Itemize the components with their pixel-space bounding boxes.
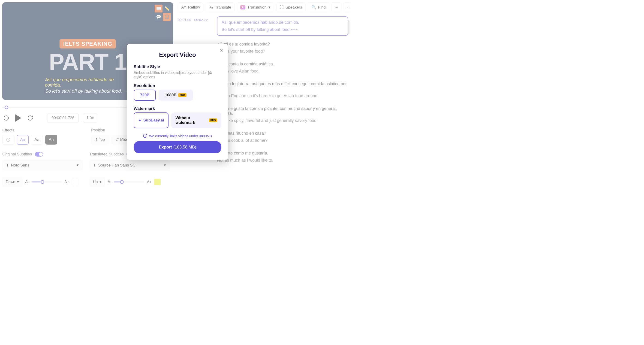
transcript-text-translated: Me encanta la comida asiática. [217, 62, 348, 67]
translated-font-select[interactable]: TSource Han Sans SC ▾ [90, 160, 170, 171]
pro-badge: PRO [209, 119, 217, 122]
scrollbar[interactable] [348, 20, 350, 34]
transcript-segment[interactable]: Pero me gusta la comida picante, con muc… [217, 104, 348, 125]
transcript-segment[interactable]: Me encanta la comida asiática.I really l… [217, 60, 348, 76]
effect-boxed[interactable]: Aa [45, 135, 57, 145]
transcript-text-original: So let's start off by talking about food… [222, 27, 344, 32]
brand-logo-icon: ✦ [138, 118, 142, 123]
original-direction-select[interactable]: Down▾ [2, 177, 22, 187]
chevron-down-icon: ▾ [77, 163, 79, 168]
transcript-text-translated: ¿Cuál es tu comida favorita? [217, 42, 348, 47]
export-button[interactable]: Export(103.58 MB) [134, 141, 221, 153]
reflow-icon: A≡ [181, 5, 186, 10]
resolution-heading: Resolution [134, 83, 221, 88]
video-ielts-label: IELTS SPEAKING [60, 39, 116, 49]
resolution-1080p-option[interactable]: 1080PPRO [158, 90, 193, 101]
more-button[interactable]: ⋯ [332, 2, 342, 12]
subtitle-style-heading: Subtitle Style [134, 65, 221, 69]
video-corner-badge: 📖✏️ 💬🎧 [155, 5, 171, 21]
effect-outline[interactable]: Aa [16, 135, 28, 145]
translated-direction-select[interactable]: Up▾ [90, 177, 105, 187]
export-video-modal: Export Video Subtitle Style Embed subtit… [127, 44, 228, 160]
transcript-text-translated: Pero me gusta la comida picante, con muc… [217, 106, 348, 116]
position-top[interactable]: ⤴Top [91, 135, 109, 144]
transcript-segment[interactable]: ¿Cocinas mucho en casa?Do you cook a lot… [217, 129, 348, 145]
speed-selector[interactable]: 1.0x [83, 113, 97, 123]
translation-dropdown[interactable]: AITranslation▾ [237, 2, 274, 12]
chevron-down-icon: ▾ [164, 163, 166, 168]
transcript-text-original: I really love Asian food. [217, 69, 348, 74]
translated-color-swatch[interactable] [154, 179, 161, 185]
find-button[interactable]: 🔍Find [308, 2, 329, 12]
watermark-none-option[interactable]: Without watermarkPRO [171, 113, 221, 128]
modal-title: Export Video [134, 51, 221, 59]
original-subtitles-toggle[interactable] [35, 152, 43, 157]
transcript-text-translated: No tanto como me gustaría. [217, 151, 348, 156]
time-display[interactable]: 00:00:01.726 [47, 113, 79, 123]
subtitle-style-description: Embed subtitles in video, adjust layout … [134, 71, 221, 79]
font-decrease[interactable]: A- [25, 180, 29, 184]
search-icon: 🔍 [312, 5, 316, 10]
transcript-segment[interactable]: Vivo en Inglaterra, así que es más difíc… [217, 80, 348, 100]
font-increase[interactable]: A+ [64, 180, 69, 184]
transcript-segment[interactable]: Así que empecemos hablando de comida.So … [217, 17, 348, 36]
reflow-button[interactable]: A≡Reflow [178, 3, 203, 12]
info-icon: i [143, 134, 147, 138]
style-icon: ✲ [209, 71, 212, 75]
transcript-timestamp[interactable]: 00:01.00 - 00:02.72 [178, 17, 212, 22]
forward-button[interactable] [26, 114, 34, 122]
font-decrease[interactable]: A- [108, 180, 111, 184]
transcript-text-original: Do you cook a lot at home? [217, 138, 348, 143]
watermark-brand-option[interactable]: ✦SubEasy.ai [134, 113, 168, 128]
video-part-label: PART 1 [49, 50, 126, 74]
limit-note: i We currently limits videos under 3000M… [134, 134, 221, 138]
transcript-text-translated: ¿Cocinas mucho en casa? [217, 131, 348, 136]
original-font-select[interactable]: TNoto Sans ▾ [2, 160, 83, 171]
effect-plain[interactable]: Aa [31, 135, 43, 145]
translate-button[interactable]: 🗛Translate [206, 3, 234, 12]
rewind-button[interactable] [2, 114, 10, 122]
effects-label: Effects [2, 128, 84, 133]
original-size-slider[interactable] [32, 181, 62, 182]
transcript-segment[interactable]: ¿Cuál es tu comida favorita?What's your … [217, 40, 348, 56]
chevron-down-icon: ▾ [268, 5, 270, 10]
translated-subtitles-label: Translated Subtitles [89, 152, 124, 157]
ai-icon: AI [240, 5, 245, 10]
transcript-segment[interactable]: No tanto como me gustaría.Not as much as… [217, 149, 348, 165]
play-button[interactable] [14, 114, 22, 122]
resolution-720p-option[interactable]: 720P [134, 90, 156, 101]
transcript-text-original: I live in England so it's harder to get … [217, 94, 348, 98]
font-increase[interactable]: A+ [147, 180, 152, 184]
translate-icon: 🗛 [209, 5, 213, 10]
close-button[interactable] [218, 48, 224, 53]
original-color-swatch[interactable] [72, 179, 78, 185]
translated-size-slider[interactable] [114, 181, 144, 182]
transcript-timestamp[interactable] [178, 40, 212, 41]
transcript-text-translated: Vivo en Inglaterra, así que es más difíc… [217, 82, 348, 91]
transcript-text-original: What's your favorite food? [217, 49, 348, 54]
layout-toggle-button[interactable]: ▭▾ [344, 2, 350, 12]
effect-none[interactable] [2, 135, 14, 145]
subtitle-translated: Así que empecemos hablando de comida. [45, 77, 130, 88]
speakers-icon: ⛶ [280, 5, 284, 10]
subtitle-original: So let's start off by talking about food… [45, 89, 130, 94]
transcript-text-translated: Así que empecemos hablando de comida. [222, 20, 344, 25]
original-subtitles-label: Original Subtitles [2, 152, 32, 157]
transcript-text-original: But I like spicy, flavorful and just gen… [217, 118, 348, 123]
transcript-text-original: Not as much as I would like to. [217, 158, 348, 163]
pro-badge: PRO [178, 93, 186, 97]
speakers-button[interactable]: ⛶Speakers [276, 3, 306, 12]
watermark-heading: Watermark [134, 106, 221, 111]
